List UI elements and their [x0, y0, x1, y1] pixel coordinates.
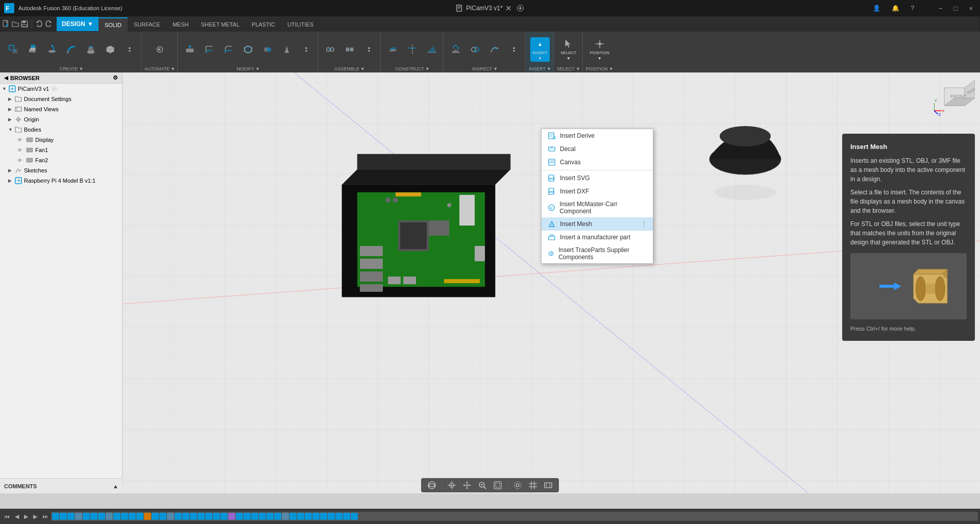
timeline-item-10[interactable]	[121, 513, 128, 520]
save-icon[interactable]	[20, 20, 29, 28]
zoom-fit-button[interactable]	[491, 480, 504, 491]
assemble-label[interactable]: ASSEMBLE ▼	[334, 66, 364, 71]
browser-collapse-icon[interactable]: ◀	[4, 75, 8, 81]
menu-item-canvas[interactable]: Canvas	[542, 156, 653, 169]
design-dropdown[interactable]: DESIGN ▼	[57, 17, 99, 31]
eye-icon-fan2[interactable]: 👁	[17, 158, 24, 163]
timeline-item-19[interactable]	[190, 513, 197, 520]
notification-icon[interactable]: 🔔	[889, 4, 902, 13]
automate-button[interactable]	[151, 43, 169, 56]
timeline-item-12[interactable]	[136, 513, 143, 520]
sweep-button[interactable]	[62, 43, 81, 56]
as-built-joint-button[interactable]	[340, 43, 359, 56]
new-component-button[interactable]	[4, 43, 22, 56]
timeline-item-23[interactable]	[220, 513, 228, 520]
timeline-item-15[interactable]	[159, 513, 166, 520]
automate-label[interactable]: AUTOMATE ▼	[144, 66, 175, 71]
box-button[interactable]	[101, 43, 119, 56]
insert-label[interactable]: INSERT ▼	[529, 66, 551, 71]
timeline-item-32[interactable]	[289, 513, 297, 520]
timeline-item-11[interactable]	[129, 513, 136, 520]
timeline-item-8[interactable]	[106, 513, 113, 520]
timeline-item-38[interactable]	[335, 513, 342, 520]
timeline-item-25[interactable]	[236, 513, 243, 520]
maximize-button[interactable]: □	[951, 4, 961, 13]
viewcube[interactable]: FRONT RIGHT X Y Z	[934, 78, 975, 118]
inspect-label[interactable]: INSPECT ▼	[472, 66, 498, 71]
timeline-item-35[interactable]	[312, 513, 320, 520]
curvature-button[interactable]	[485, 43, 504, 56]
tab-mesh[interactable]: MESH	[166, 17, 195, 32]
insert-button[interactable]: INSERT ▼	[530, 37, 549, 62]
timeline-item-4[interactable]	[75, 513, 82, 520]
timeline-item-40[interactable]	[351, 513, 358, 520]
new-file-icon[interactable]	[2, 20, 10, 28]
tab-surface[interactable]: SURFACE	[128, 17, 166, 32]
tree-item-picamv3[interactable]: ▼ PiCamV3 v1	[0, 84, 122, 94]
tree-item-fan1[interactable]: 👁 Fan1	[0, 145, 122, 155]
timeline-item-24[interactable]	[228, 513, 235, 520]
tree-item-sketches[interactable]: ▶ Sketches	[0, 165, 122, 176]
revolve-button[interactable]	[43, 43, 61, 56]
display-settings-button[interactable]	[511, 480, 524, 491]
timeline-item-5[interactable]	[83, 513, 90, 520]
tab-solid[interactable]: SOLID	[99, 17, 128, 32]
zoom-button[interactable]	[476, 480, 489, 491]
timeline-item-39[interactable]	[343, 513, 350, 520]
timeline-play-button[interactable]: ▶	[22, 512, 30, 521]
tree-item-rpi4[interactable]: ▶ Raspberry Pi 4 Model B v1:1	[0, 176, 122, 186]
create-label[interactable]: CREATE ▼	[60, 66, 84, 71]
shell-button[interactable]	[239, 43, 257, 56]
menu-item-insert-traceparts[interactable]: Insert TraceParts Supplier Components	[542, 244, 653, 263]
timeline-item-22[interactable]	[213, 513, 220, 520]
close-tab-icon[interactable]	[506, 5, 512, 11]
timeline-track[interactable]	[51, 512, 978, 521]
more-assemble-button[interactable]	[360, 43, 378, 56]
loft-button[interactable]	[82, 43, 100, 56]
menu-item-insert-svg[interactable]: SVG Insert SVG	[542, 171, 653, 185]
eye-icon-fan1[interactable]: 👁	[17, 147, 24, 153]
timeline-item-1[interactable]	[52, 513, 59, 520]
eye-icon-display[interactable]: 👁	[17, 137, 24, 143]
open-file-icon[interactable]	[11, 20, 19, 28]
select-button[interactable]: SELECT ▼	[558, 37, 578, 62]
menu-item-insert-dxf[interactable]: DXF Insert DXF	[542, 185, 653, 198]
timeline-item-13[interactable]	[144, 513, 151, 520]
modify-label[interactable]: MODIFY ▼	[236, 66, 260, 71]
timeline-item-26[interactable]	[243, 513, 251, 520]
tree-item-doc-settings[interactable]: ▶ Document Settings	[0, 94, 122, 104]
menu-item-decal[interactable]: Decal	[542, 142, 653, 156]
timeline-item-30[interactable]	[274, 513, 281, 520]
timeline-item-36[interactable]	[320, 513, 327, 520]
timeline-last-button[interactable]: ⏭	[40, 512, 50, 520]
extrude-button[interactable]	[23, 43, 42, 56]
menu-item-insert-derive[interactable]: Insert Derive	[542, 129, 653, 142]
grid-settings-button[interactable]	[526, 480, 540, 491]
timeline-item-28[interactable]	[259, 513, 266, 520]
draft-button[interactable]	[278, 43, 296, 56]
timeline-item-2[interactable]	[60, 513, 67, 520]
tree-item-fan2[interactable]: 👁 Fan2	[0, 155, 122, 165]
fillet-button[interactable]	[200, 43, 218, 56]
settings-icon-small[interactable]	[51, 86, 57, 92]
help-icon[interactable]: ?	[908, 4, 917, 13]
timeline-item-20[interactable]	[198, 513, 205, 520]
construct-label[interactable]: CONSTRUCT ▼	[395, 66, 429, 71]
midplane-button[interactable]	[403, 43, 422, 56]
more-inspect-button[interactable]	[505, 43, 523, 56]
tab-utilities[interactable]: UTILITIES	[281, 17, 320, 32]
timeline-item-14[interactable]	[152, 513, 159, 520]
tree-item-origin[interactable]: ▶ Origin	[0, 114, 122, 124]
more-create-button[interactable]	[120, 43, 139, 56]
timeline-item-21[interactable]	[205, 513, 212, 520]
tree-item-bodies[interactable]: ▼ Bodies	[0, 124, 122, 135]
chamfer-button[interactable]	[219, 43, 238, 56]
select-label[interactable]: SELECT ▼	[557, 66, 580, 71]
timeline-item-9[interactable]	[113, 513, 120, 520]
timeline-item-18[interactable]	[182, 513, 189, 520]
joint-button[interactable]	[321, 43, 339, 56]
tab-sheet-metal[interactable]: SHEET METAL	[195, 17, 246, 32]
measure-button[interactable]	[447, 43, 465, 56]
tree-item-named-views[interactable]: ▶ Named Views	[0, 104, 122, 114]
menu-item-insert-mcmaster[interactable]: M Insert McMaster-Carr Component	[542, 198, 653, 217]
